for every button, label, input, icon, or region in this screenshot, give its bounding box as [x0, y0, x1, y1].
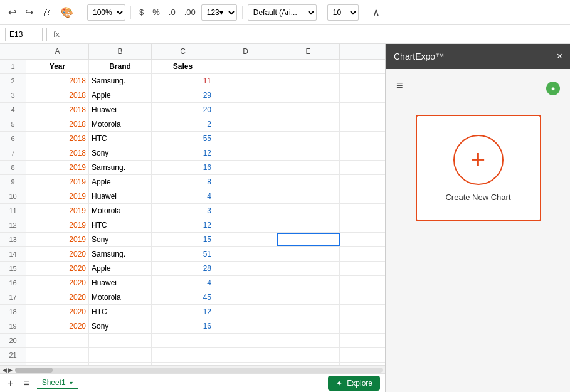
- table-row[interactable]: 32018Apple29: [0, 88, 385, 103]
- cell-e-21[interactable]: [277, 348, 340, 362]
- cell-a-16[interactable]: 2020: [26, 276, 89, 290]
- redo-button[interactable]: ↪: [22, 4, 36, 20]
- add-sheet-button[interactable]: +: [5, 376, 16, 390]
- cell-a-10[interactable]: 2019: [26, 189, 89, 203]
- decimal00-button[interactable]: .00: [181, 6, 199, 19]
- table-row[interactable]: 122019HTC12: [0, 218, 385, 233]
- cell-c-4[interactable]: 20: [152, 103, 214, 117]
- cell-c-17[interactable]: 45: [152, 290, 214, 304]
- cell-c-7[interactable]: 12: [152, 146, 214, 160]
- cell-b-3[interactable]: Apple: [89, 88, 152, 102]
- cell-e-3[interactable]: [277, 88, 340, 102]
- cell-e-20[interactable]: [277, 334, 340, 347]
- cell-a-11[interactable]: 2019: [26, 204, 89, 218]
- cell-b-22[interactable]: [89, 363, 152, 365]
- cell-a-7[interactable]: 2018: [26, 146, 89, 160]
- cell-a-6[interactable]: 2018: [26, 132, 89, 146]
- cell-e-5[interactable]: [277, 117, 340, 131]
- cell-d-14[interactable]: [214, 247, 277, 261]
- format-select[interactable]: 123▾: [201, 4, 237, 21]
- cell-a-22[interactable]: [26, 363, 89, 365]
- table-row[interactable]: 162020Huawei4: [0, 276, 385, 290]
- table-row[interactable]: 62018HTC55: [0, 132, 385, 146]
- more-btn[interactable]: ∧: [369, 4, 383, 20]
- sheet-tab-1[interactable]: Sheet1 ▾: [37, 377, 78, 389]
- paint-format-button[interactable]: 🎨: [58, 4, 77, 20]
- cell-a-17[interactable]: 2020: [26, 290, 89, 304]
- scroll-left-btn[interactable]: ◀: [3, 367, 7, 373]
- cell-c-19[interactable]: 16: [152, 319, 214, 333]
- sheet-body[interactable]: 1YearBrandSales22018Samsung.1132018Apple…: [0, 60, 385, 365]
- cell-a-8[interactable]: 2019: [26, 161, 89, 174]
- cell-a-21[interactable]: [26, 348, 89, 362]
- cell-a-5[interactable]: 2018: [26, 117, 89, 131]
- cell-e-8[interactable]: [277, 161, 340, 174]
- formula-input[interactable]: [66, 29, 565, 39]
- table-row[interactable]: 172020Motorola45: [0, 290, 385, 305]
- cell-d-18[interactable]: [214, 305, 277, 319]
- cell-d-5[interactable]: [214, 117, 277, 131]
- cell-b-7[interactable]: Sony: [89, 146, 152, 160]
- table-row[interactable]: 142020Samsung.51: [0, 247, 385, 262]
- cell-d-9[interactable]: [214, 175, 277, 189]
- cell-a-19[interactable]: 2020: [26, 319, 89, 333]
- cell-e-19[interactable]: [277, 319, 340, 333]
- cell-c-1[interactable]: Sales: [152, 60, 214, 73]
- cell-e-6[interactable]: [277, 132, 340, 146]
- cell-b-6[interactable]: HTC: [89, 132, 152, 146]
- undo-button[interactable]: ↩: [5, 4, 19, 20]
- cell-a-12[interactable]: 2019: [26, 218, 89, 232]
- table-row[interactable]: 22018Samsung.11: [0, 74, 385, 88]
- cell-b-21[interactable]: [89, 348, 152, 362]
- cell-b-14[interactable]: Samsung.: [89, 247, 152, 261]
- cell-b-16[interactable]: Huawei: [89, 276, 152, 290]
- cell-d-19[interactable]: [214, 319, 277, 333]
- cell-e-9[interactable]: [277, 175, 340, 189]
- cell-b-13[interactable]: Sony: [89, 233, 152, 246]
- font-size-select[interactable]: 10 8 12 14: [327, 4, 359, 21]
- cell-c-13[interactable]: 15: [152, 233, 214, 246]
- table-row[interactable]: 42018Huawei20: [0, 103, 385, 117]
- cell-c-14[interactable]: 51: [152, 247, 214, 261]
- cell-d-7[interactable]: [214, 146, 277, 160]
- col-header-d[interactable]: D: [214, 44, 277, 59]
- side-panel-menu-icon[interactable]: ≡: [396, 79, 403, 92]
- cell-c-5[interactable]: 2: [152, 117, 214, 131]
- zoom-select[interactable]: 100% 75% 150%: [87, 4, 125, 21]
- cell-e-15[interactable]: [277, 262, 340, 275]
- cell-b-5[interactable]: Motorola: [89, 117, 152, 131]
- cell-e-7[interactable]: [277, 146, 340, 160]
- cell-a-14[interactable]: 2020: [26, 247, 89, 261]
- scroll-right-btn[interactable]: ▶: [8, 367, 13, 373]
- font-select[interactable]: Default (Ari...: [248, 4, 317, 21]
- cell-b-11[interactable]: Motorola: [89, 204, 152, 218]
- cell-b-19[interactable]: Sony: [89, 319, 152, 333]
- cell-e-12[interactable]: [277, 218, 340, 232]
- decimal0-button[interactable]: .0: [166, 6, 179, 19]
- cell-d-21[interactable]: [214, 348, 277, 362]
- cell-e-17[interactable]: [277, 290, 340, 304]
- cell-d-3[interactable]: [214, 88, 277, 102]
- cell-c-16[interactable]: 4: [152, 276, 214, 290]
- cell-c-18[interactable]: 12: [152, 305, 214, 319]
- cell-d-11[interactable]: [214, 204, 277, 218]
- cell-e-18[interactable]: [277, 305, 340, 319]
- cell-b-2[interactable]: Samsung.: [89, 74, 152, 88]
- cell-d-13[interactable]: [214, 233, 277, 246]
- cell-d-6[interactable]: [214, 132, 277, 146]
- table-row[interactable]: 132019Sony15: [0, 233, 385, 247]
- table-row[interactable]: 152020Apple28: [0, 262, 385, 276]
- cell-b-1[interactable]: Brand: [89, 60, 152, 73]
- create-chart-card[interactable]: + Create New Chart: [416, 115, 541, 221]
- cell-c-21[interactable]: [152, 348, 214, 362]
- cell-a-18[interactable]: 2020: [26, 305, 89, 319]
- cell-d-17[interactable]: [214, 290, 277, 304]
- cell-e-14[interactable]: [277, 247, 340, 261]
- cell-c-2[interactable]: 11: [152, 74, 214, 88]
- cell-d-15[interactable]: [214, 262, 277, 275]
- cell-c-15[interactable]: 28: [152, 262, 214, 275]
- cell-e-11[interactable]: [277, 204, 340, 218]
- cell-d-22[interactable]: [214, 363, 277, 365]
- percent-button[interactable]: %: [149, 6, 163, 19]
- table-row[interactable]: 112019Motorola3: [0, 204, 385, 218]
